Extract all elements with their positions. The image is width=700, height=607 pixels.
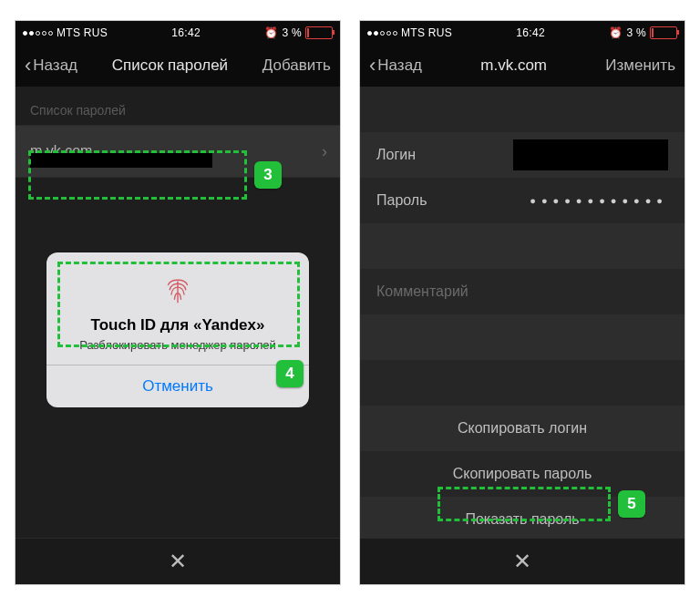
spacer-row	[360, 360, 685, 406]
section-header: Список паролей	[15, 87, 340, 125]
status-bar: MTS RUS 16:42 ⏰ 3 %	[15, 21, 340, 45]
copy-login-button[interactable]: Скопировать логин	[360, 406, 685, 451]
annotation-badge-3: 3	[254, 161, 282, 189]
password-row[interactable]: Пароль ●●●●●●●●●●●●	[360, 178, 685, 223]
login-row[interactable]: Логин	[360, 132, 685, 178]
close-icon[interactable]: ✕	[169, 550, 187, 572]
show-password-label: Показать пароль	[465, 511, 579, 528]
battery-icon	[650, 26, 677, 39]
signal-icon	[23, 31, 53, 36]
battery-icon	[305, 26, 333, 39]
page-title: Список паролей	[112, 57, 228, 75]
chevron-right-icon: ›	[322, 142, 327, 161]
chevron-left-icon: ‹	[369, 56, 376, 76]
copy-password-label: Скопировать пароль	[453, 466, 592, 482]
clock: 16:42	[516, 26, 545, 39]
screenshot-password-detail: MTS RUS 16:42 ⏰ 3 % ‹Назад m.vk.com Изме…	[359, 20, 685, 585]
bottom-toolbar: ✕	[15, 538, 340, 584]
bottom-toolbar: ✕	[360, 538, 685, 584]
spacer-row	[360, 87, 685, 132]
signal-icon	[367, 31, 397, 36]
login-label: Логин	[376, 147, 416, 163]
alert-subtitle: Разблокировать менеджер паролей	[61, 338, 294, 352]
alarm-icon: ⏰	[609, 26, 623, 39]
status-bar: MTS RUS 16:42 ⏰ 3 %	[360, 21, 685, 45]
add-button[interactable]: Добавить	[262, 57, 331, 75]
spacer-row	[360, 314, 685, 360]
nav-bar: ‹Назад Список паролей Добавить	[15, 45, 340, 87]
spacer-row	[360, 223, 685, 269]
cancel-button[interactable]: Отменить	[46, 365, 309, 407]
annotation-badge-5: 5	[618, 490, 645, 518]
back-button[interactable]: ‹Назад	[369, 56, 422, 76]
alarm-icon: ⏰	[264, 26, 278, 39]
chevron-left-icon: ‹	[25, 56, 31, 76]
back-label: Назад	[377, 57, 422, 75]
alert-title: Touch ID для «Yandex»	[61, 316, 294, 334]
password-entry-row[interactable]: m.vk.com ›	[15, 125, 340, 178]
carrier-label: MTS RUS	[401, 26, 452, 39]
copy-login-label: Скопировать логин	[458, 420, 587, 437]
annotation-badge-4: 4	[276, 360, 304, 387]
comment-row[interactable]: Комментарий	[360, 269, 685, 314]
login-value-redacted	[513, 139, 668, 170]
back-label: Назад	[33, 57, 77, 75]
fingerprint-icon	[159, 269, 197, 307]
back-button[interactable]: ‹Назад	[25, 56, 77, 76]
comment-label: Комментарий	[376, 283, 468, 300]
close-icon[interactable]: ✕	[513, 550, 531, 572]
entry-login-redacted	[30, 153, 212, 168]
nav-bar: ‹Назад m.vk.com Изменить	[360, 45, 685, 87]
screenshot-password-list: MTS RUS 16:42 ⏰ 3 % ‹Назад Список пароле…	[15, 20, 341, 585]
password-masked: ●●●●●●●●●●●●	[530, 195, 668, 206]
edit-button[interactable]: Изменить	[605, 57, 675, 75]
clock: 16:42	[171, 26, 201, 39]
battery-pct: 3 %	[626, 26, 646, 39]
battery-pct: 3 %	[282, 26, 302, 39]
password-label: Пароль	[376, 192, 427, 209]
carrier-label: MTS RUS	[57, 26, 108, 39]
detail-content: Логин Пароль ●●●●●●●●●●●● Комментарий Ск…	[360, 87, 685, 539]
touch-id-alert: Touch ID для «Yandex» Разблокировать мен…	[46, 252, 309, 407]
page-title: m.vk.com	[480, 57, 547, 75]
